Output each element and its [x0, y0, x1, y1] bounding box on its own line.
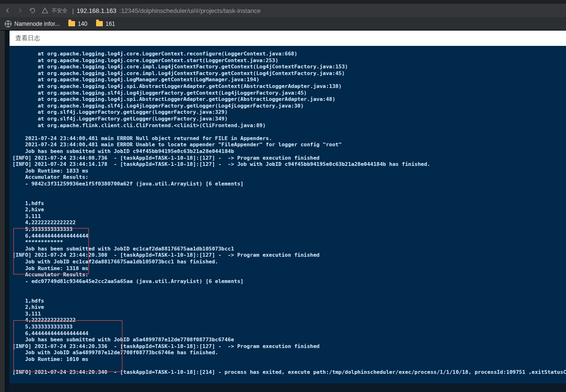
- folder-icon: [68, 21, 75, 26]
- highlight-box-1: [13, 228, 89, 274]
- globe-icon: [5, 21, 11, 27]
- folder-icon: [96, 21, 103, 26]
- bookmark-label: Namenode infor...: [14, 21, 60, 27]
- url-path: :12345/dolphinscheduler/ui/#/projects/ta…: [120, 7, 261, 14]
- bookmarks-bar: Namenode infor... 140 161: [0, 17, 566, 31]
- highlight-box-2: [13, 320, 122, 372]
- address-bar: 不安全 | 192.168.1.163:12345/dolphinschedul…: [0, 4, 566, 17]
- bookmark-140[interactable]: 140: [68, 21, 87, 27]
- bookmark-namenode[interactable]: Namenode infor...: [5, 21, 60, 27]
- sidebar: [5, 31, 9, 392]
- forward-icon[interactable]: [16, 7, 24, 14]
- insecure-label: 不安全: [52, 7, 67, 14]
- url-display[interactable]: 不安全 | 192.168.1.163:12345/dolphinschedul…: [41, 7, 261, 14]
- url-host: 192.168.1.163: [76, 7, 116, 14]
- bookmark-161[interactable]: 161: [96, 21, 115, 27]
- modal-title: 查看日志: [15, 34, 40, 43]
- reload-icon[interactable]: [29, 7, 36, 14]
- bookmark-label: 161: [106, 21, 115, 27]
- back-icon[interactable]: [4, 7, 11, 14]
- log-modal-header: 查看日志: [10, 31, 566, 46]
- bookmark-label: 140: [78, 21, 87, 27]
- insecure-icon: [41, 7, 49, 14]
